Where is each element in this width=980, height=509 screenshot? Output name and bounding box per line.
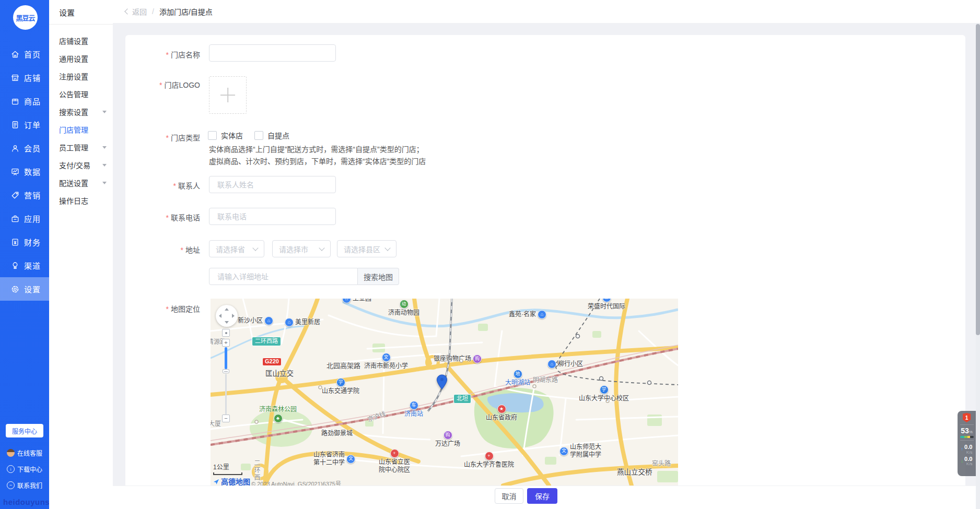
settings-nav-item[interactable]: 操作日志 <box>49 192 113 209</box>
district-select[interactable]: 请选择县区 <box>337 240 396 257</box>
back-link[interactable]: 返回 <box>125 6 147 17</box>
city-select[interactable]: 请选择市 <box>272 240 331 257</box>
settings-nav-item-label: 配送设置 <box>59 177 88 188</box>
map-label <box>436 374 448 392</box>
shield-count: 1 <box>965 415 969 421</box>
vertical-scrollbar[interactable] <box>976 23 980 509</box>
logo-upload-button[interactable] <box>209 76 247 114</box>
system-monitor-widget[interactable]: 1 53% ↑ 0.0K/s ↓ 0.0K/s <box>958 411 976 476</box>
map-poi-icon: ⌂ <box>547 360 556 369</box>
map-poi-icon: 购 <box>444 431 452 440</box>
contact-input[interactable] <box>209 176 336 193</box>
settings-nav-item[interactable]: 门店管理 <box>49 121 113 138</box>
sidebar-item[interactable]: 会员 <box>0 136 49 160</box>
store-name-input[interactable] <box>209 44 336 62</box>
map-widget[interactable]: ⌂ 工业园 ⌂ 新沙小区 ⌂ 美里新居 动 济 <box>211 299 678 486</box>
zoom-out-button[interactable]: − <box>222 415 230 422</box>
arrow-up-icon: ↑ <box>961 447 964 452</box>
sidebar-item-label: 首页 <box>24 49 41 60</box>
sidebar-item[interactable]: 店铺 <box>0 66 49 89</box>
settings-nav-item[interactable]: 支付/交易 <box>49 156 113 174</box>
pan-up-icon <box>225 308 229 311</box>
settings-nav-item[interactable]: 公告管理 <box>49 85 113 103</box>
sidebar-item-icon <box>10 97 20 106</box>
app-logo: 黑豆云 <box>13 5 38 30</box>
zoom-slider-handle[interactable] <box>223 369 229 373</box>
zoom-reset-button[interactable] <box>222 329 230 337</box>
map-poi-icon: 购 <box>473 354 482 363</box>
map-label: G220 <box>262 358 282 366</box>
chevron-left-icon <box>124 8 130 14</box>
sidebar-item-label: 渠道 <box>24 260 41 271</box>
store-type-hint-line2: 虚拟商品、计次时、预约到店，下单时，需选择“实体店”类型的门店 <box>209 156 426 168</box>
settings-nav-item[interactable]: 搜索设置 <box>49 103 113 121</box>
map-poi-icon <box>436 374 448 392</box>
back-label: 返回 <box>132 6 147 17</box>
primary-sidebar: 黑豆云 首页 店铺 商品 <box>0 0 49 509</box>
map-label: ★ 山东省政府 <box>486 405 517 422</box>
upload-speed: ↑ 0.0K/s <box>961 444 973 455</box>
sidebar-item[interactable]: 商品 <box>0 89 49 113</box>
settings-nav-item[interactable]: 配送设置 <box>49 174 113 192</box>
map-label: ♣ 济南森林公园 <box>259 406 297 423</box>
map-pan-control[interactable] <box>216 305 238 327</box>
sidebar-item[interactable]: 渠道 <box>0 254 49 277</box>
sidebar-item[interactable]: 数据 <box>0 160 49 183</box>
map-labels: ⌂ 工业园 ⌂ 新沙小区 ⌂ 美里新居 动 济 <box>211 299 678 486</box>
sidebar-item[interactable]: 营销 <box>0 183 49 207</box>
map-label-text: 济南动物园 <box>388 309 419 317</box>
sidebar-item[interactable]: 设置 <box>0 277 49 301</box>
phone-input[interactable] <box>209 208 336 225</box>
sidebar-item[interactable]: 财务 <box>0 230 49 254</box>
settings-sidebar-title: 设置 <box>49 0 113 24</box>
sidebar-item[interactable]: 首页 <box>0 42 49 66</box>
map-label-text: 匡山立交 <box>265 370 294 378</box>
map-label-text: 二环西路 <box>255 338 278 345</box>
settings-nav: 店铺设置 通用设置 注册设置 公告管理 <box>49 25 113 209</box>
map-label: 匡山立交 <box>265 370 294 378</box>
map-poi-icon: ⌂ <box>285 318 294 327</box>
footer-link-label: 联系我们 <box>17 481 42 490</box>
sidebar-item[interactable]: 订单 <box>0 113 49 136</box>
scrollbar-thumb[interactable] <box>976 24 980 335</box>
sidebar-item[interactable]: 应用 <box>0 207 49 230</box>
map-poi-icon: ⌂ <box>342 299 351 303</box>
map-label-text: 燕山立交桥 <box>617 468 652 477</box>
map-poi-icon: ⌂ <box>602 299 611 302</box>
settings-nav-item[interactable]: 通用设置 <box>49 50 113 67</box>
checkbox-pickup-point[interactable]: 自提点 <box>254 130 289 140</box>
map-label: 文 济南市新苑小学 <box>364 353 408 370</box>
service-center-button[interactable]: 服务中心 <box>6 424 43 437</box>
save-button[interactable]: 保存 <box>527 488 557 504</box>
detail-address-input[interactable] <box>209 268 358 285</box>
map-poi-icon: 文 <box>382 353 391 362</box>
chevron-down-icon <box>384 245 390 251</box>
store-name-label: 门店名称 <box>125 49 200 60</box>
settings-nav-item[interactable]: 员工管理 <box>49 138 113 156</box>
sidebar-footer-link[interactable]: 在线客服 <box>0 445 49 461</box>
pan-down-icon <box>225 321 229 324</box>
map-label-text: 济南森林公园 <box>259 406 297 413</box>
province-select[interactable]: 请选择省 <box>209 240 264 257</box>
checkbox-physical-store[interactable]: 实体店 <box>208 130 243 140</box>
zoom-in-button[interactable]: + <box>222 339 230 347</box>
zoom-track[interactable] <box>225 374 227 415</box>
map-poi-icon: + <box>390 449 399 458</box>
sidebar-footer-link[interactable]: 联系我们 <box>0 477 49 493</box>
map-label: 学 山东交通学院 <box>322 378 359 395</box>
map-brand-text: 高德地图 <box>221 476 250 486</box>
contact-label: 联系人 <box>125 180 200 191</box>
sidebar-footer-link[interactable]: 下载中心 <box>0 461 49 477</box>
map-label-text: 新沙小区 <box>238 317 263 325</box>
phone-label: 联系电话 <box>125 212 200 222</box>
zoom-track-filled[interactable] <box>225 347 227 369</box>
map-poi-icon: 文 <box>346 455 355 464</box>
map-label: + 山东大学齐鲁医院 <box>464 452 514 469</box>
checkbox-label: 实体店 <box>221 130 243 140</box>
settings-nav-item[interactable]: 店铺设置 <box>49 32 113 50</box>
address-label: 地址 <box>125 244 200 255</box>
search-map-button[interactable]: 搜索地图 <box>358 268 399 285</box>
cancel-button[interactable]: 取消 <box>495 488 523 504</box>
map-label-text: 万达广场 <box>435 440 460 448</box>
settings-nav-item[interactable]: 注册设置 <box>49 67 113 85</box>
